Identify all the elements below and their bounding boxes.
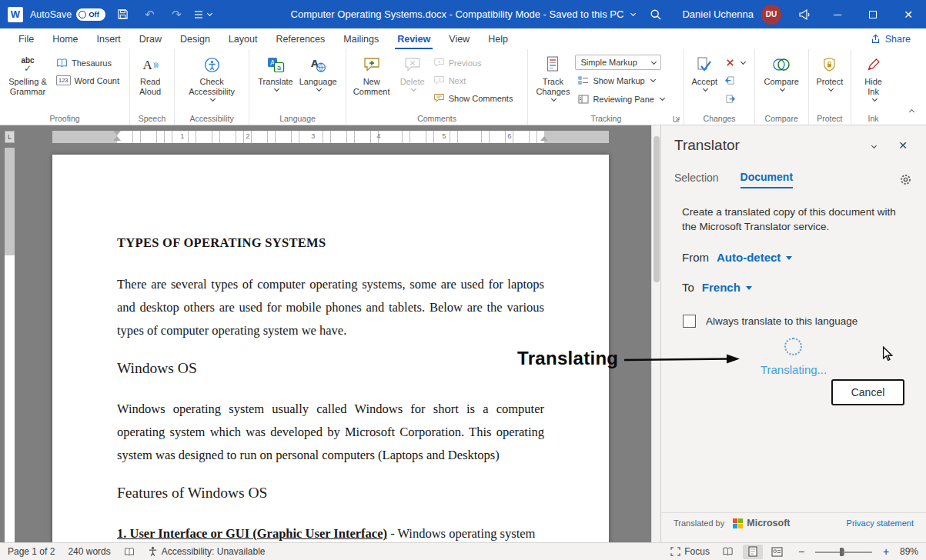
new-comment-button[interactable]: New Comment [349,51,395,112]
proofing-status-button[interactable] [124,547,135,557]
compare-button[interactable]: Compare [761,51,802,112]
reviewing-pane-button[interactable]: Reviewing Pane [575,91,667,107]
minimize-button[interactable]: ─ [820,0,855,28]
print-layout-button[interactable] [743,545,763,559]
save-button[interactable] [112,5,132,25]
translator-pane: Translator ✕ Selection Document Create a… [660,125,926,542]
user-name[interactable]: Daniel Uchenna [682,8,754,20]
next-comment-button[interactable]: Next [430,72,516,88]
tab-stop-selector[interactable]: L [5,131,15,143]
zoom-center-notch [844,549,845,555]
search-button[interactable] [640,0,671,28]
language-button[interactable]: A Language [296,51,340,112]
right-indent-marker[interactable] [540,136,548,141]
show-comments-button[interactable]: Show Comments [430,90,516,106]
tab-mailings[interactable]: Mailings [334,28,388,49]
titlebar: W AutoSave Off ↶ ↷ Computer Operating Sy… [0,0,926,28]
tab-draw[interactable]: Draw [130,28,171,49]
reviewing-pane-icon [578,95,589,104]
horizontal-ruler[interactable]: 1 2 3 4 5 6 [52,131,609,143]
track-changes-button[interactable]: Track Changes [530,51,575,112]
word-count-indicator[interactable]: 240 words [68,546,110,557]
megaphone-icon[interactable] [789,0,820,28]
ruler-number: 1 [179,132,186,140]
vertical-ruler[interactable] [5,148,15,542]
translate-label: Translate [258,77,293,87]
show-markup-button[interactable]: Show Markup [575,72,667,88]
previous-change-button[interactable] [722,73,748,89]
web-layout-button[interactable] [767,545,787,559]
protect-button[interactable]: Protect [812,51,847,112]
accessibility-status-button[interactable]: Accessibility: Unavailable [148,546,266,557]
maximize-button[interactable] [855,0,891,28]
thesaurus-button[interactable]: Thesaurus [53,55,122,71]
document-area: L 1 2 3 4 5 6 TYPES OF OPERATING SYSTEMS… [0,125,660,542]
redo-button[interactable]: ↷ [166,5,186,25]
pane-description: Create a translated copy of this documen… [661,188,926,234]
autosave-toggle[interactable]: Off [76,8,105,21]
window-title[interactable]: Computer Operating Systems.docx - Compat… [291,8,636,20]
check-accessibility-button[interactable]: Check Accessibility [183,51,240,112]
delete-comment-button[interactable]: Delete [395,51,430,112]
from-language-dropdown[interactable]: Auto-detect [717,251,792,264]
tab-design[interactable]: Design [171,28,219,49]
left-indent-marker[interactable] [113,136,121,141]
first-line-indent-marker[interactable] [113,131,121,135]
display-for-review-select[interactable]: Simple Markup [575,55,661,70]
accept-button[interactable]: Accept [687,51,722,112]
always-translate-checkbox[interactable] [683,315,696,328]
tab-references[interactable]: References [266,28,334,49]
tab-help[interactable]: Help [479,28,517,49]
spelling-icon: abc✓ [21,55,34,75]
tab-document[interactable]: Document [740,171,793,188]
zoom-in-button[interactable]: + [881,545,891,558]
thesaurus-icon [56,58,68,68]
tab-selection[interactable]: Selection [674,172,719,188]
tab-home[interactable]: Home [43,28,87,49]
group-label-accessibility: Accessibility [175,114,249,123]
tab-review[interactable]: Review [388,28,440,49]
zoom-level[interactable]: 89% [900,546,918,557]
undo-button[interactable]: ↶ [139,5,159,25]
word-app-icon[interactable]: W [8,7,23,22]
word-count-button[interactable]: 123 Word Count [53,72,122,88]
chevron-down-icon [703,86,708,92]
scrollbar-thumb[interactable] [654,136,660,282]
avatar[interactable]: DU [761,5,781,25]
share-button[interactable]: Share [871,34,926,45]
translate-button[interactable]: Aa Translate [255,51,296,112]
previous-comment-button[interactable]: Previous [430,55,516,71]
to-language-dropdown[interactable]: French [702,281,752,294]
tab-insert[interactable]: Insert [88,28,130,49]
new-comment-label: New Comment [352,77,392,97]
settings-button[interactable] [899,173,912,186]
zoom-thumb[interactable] [840,548,844,556]
read-aloud-button[interactable]: A))) Read Aloud [132,51,168,112]
next-change-button[interactable] [722,92,748,108]
close-button[interactable]: ✕ [891,0,926,28]
group-label-comments: Comments [346,114,528,123]
search-icon [650,8,662,21]
zoom-out-button[interactable]: − [796,545,807,558]
pane-close-button[interactable]: ✕ [894,136,912,155]
group-speech: A))) Read Aloud Speech [130,49,175,125]
collapse-ribbon-button[interactable] [895,98,926,125]
chevron-down-icon [650,76,656,82]
reject-button[interactable] [722,55,748,71]
tab-layout[interactable]: Layout [219,28,267,49]
always-translate-label: Always translate to this language [706,315,857,327]
cancel-button[interactable]: Cancel [831,379,904,405]
web-layout-icon [771,547,783,557]
privacy-statement-link[interactable]: Privacy statement [847,518,914,528]
focus-button[interactable]: Focus [670,546,710,557]
zoom-slider[interactable] [815,546,872,557]
document-scrollbar[interactable] [651,125,660,542]
quick-access-toolbar-button[interactable] [193,5,213,25]
pane-collapse-button[interactable] [864,136,883,155]
tab-file[interactable]: File [9,28,43,49]
hide-ink-button[interactable]: Hide Ink [856,51,891,112]
read-mode-button[interactable] [718,545,738,559]
spelling-grammar-button[interactable]: abc✓ Spelling & Grammar [2,51,53,112]
tab-view[interactable]: View [440,28,479,49]
page-indicator[interactable]: Page 1 of 2 [8,546,55,557]
